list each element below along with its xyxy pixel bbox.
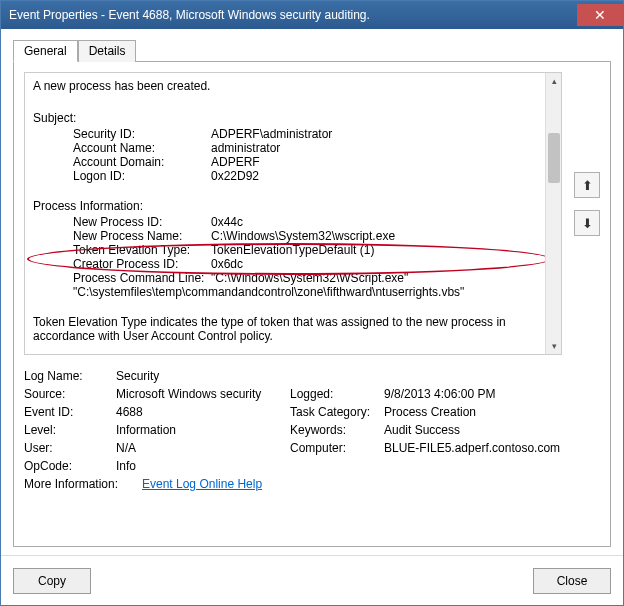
- lbl-keywords: Keywords:: [290, 423, 380, 437]
- val-event-id: 4688: [116, 405, 286, 419]
- event-log-help-link[interactable]: Event Log Online Help: [142, 477, 262, 491]
- lbl-account-domain: Account Domain:: [73, 155, 211, 169]
- side-nav: ⬆ ⬇: [574, 172, 600, 236]
- lbl-security-id: Security ID:: [73, 127, 211, 141]
- tabstrip: General Details: [13, 39, 611, 61]
- close-button[interactable]: Close: [533, 568, 611, 594]
- lbl-source: Source:: [24, 387, 112, 401]
- arrow-up-icon: ⬆: [582, 178, 593, 193]
- arrow-down-icon: ⬇: [582, 216, 593, 231]
- lbl-level: Level:: [24, 423, 112, 437]
- val-security-id: ADPERF\administrator: [211, 127, 332, 141]
- scroll-up-icon[interactable]: ▴: [546, 73, 562, 89]
- client-area: General Details A new process has been c…: [1, 29, 623, 555]
- desc-scrollbar[interactable]: ▴ ▾: [545, 73, 561, 354]
- next-event-button[interactable]: ⬇: [574, 210, 600, 236]
- tab-details[interactable]: Details: [78, 40, 137, 62]
- close-window-button[interactable]: ✕: [577, 4, 623, 26]
- scroll-thumb[interactable]: [548, 133, 560, 183]
- val-keywords: Audit Success: [384, 423, 562, 437]
- lbl-new-pid: New Process ID:: [73, 215, 211, 229]
- val-token-elev: TokenElevationTypeDefault (1): [211, 243, 374, 257]
- event-meta-grid: Log Name: Security Source: Microsoft Win…: [24, 369, 562, 473]
- tet-note: Token Elevation Type indicates the type …: [33, 315, 553, 343]
- close-icon: ✕: [594, 7, 606, 23]
- process-header: Process Information:: [33, 199, 553, 213]
- scroll-down-icon[interactable]: ▾: [546, 338, 562, 354]
- val-account-name: administrator: [211, 141, 280, 155]
- lbl-token-elev: Token Elevation Type:: [73, 243, 211, 257]
- val-task-cat: Process Creation: [384, 405, 562, 419]
- lbl-task-cat: Task Category:: [290, 405, 380, 419]
- val-opcode: Info: [116, 459, 562, 473]
- val-new-pid: 0x44c: [211, 215, 243, 229]
- lbl-log-name: Log Name:: [24, 369, 112, 383]
- tab-general[interactable]: General: [13, 40, 78, 62]
- desc-created: A new process has been created.: [33, 79, 553, 93]
- lbl-computer: Computer:: [290, 441, 380, 455]
- lbl-account-name: Account Name:: [73, 141, 211, 155]
- event-properties-window: Event Properties - Event 4688, Microsoft…: [0, 0, 624, 606]
- val-logged: 9/8/2013 4:06:00 PM: [384, 387, 562, 401]
- titlebar[interactable]: Event Properties - Event 4688, Microsoft…: [1, 1, 623, 29]
- subject-header: Subject:: [33, 111, 553, 125]
- lbl-more-info: More Information:: [24, 477, 142, 491]
- prev-event-button[interactable]: ⬆: [574, 172, 600, 198]
- lbl-event-id: Event ID:: [24, 405, 112, 419]
- val-logon-id: 0x22D92: [211, 169, 259, 183]
- event-description-box[interactable]: A new process has been created. Subject:…: [24, 72, 562, 355]
- lbl-creator-pid: Creator Process ID:: [73, 257, 211, 271]
- val-log-name: Security: [116, 369, 562, 383]
- dialog-footer: Copy Close: [1, 555, 623, 605]
- lbl-logon-id: Logon ID:: [73, 169, 211, 183]
- tab-panel-general: A new process has been created. Subject:…: [13, 61, 611, 547]
- lbl-opcode: OpCode:: [24, 459, 112, 473]
- window-title: Event Properties - Event 4688, Microsoft…: [9, 8, 577, 22]
- lbl-logged: Logged:: [290, 387, 380, 401]
- val-level: Information: [116, 423, 286, 437]
- val-source: Microsoft Windows security: [116, 387, 286, 401]
- more-info-row: More Information: Event Log Online Help: [24, 477, 562, 491]
- lbl-cmdline: Process Command Line:: [73, 271, 211, 285]
- val-account-domain: ADPERF: [211, 155, 260, 169]
- copy-button[interactable]: Copy: [13, 568, 91, 594]
- val-creator-pid: 0x6dc: [211, 257, 243, 271]
- val-computer: BLUE-FILE5.adperf.contoso.com: [384, 441, 562, 455]
- lbl-user: User:: [24, 441, 112, 455]
- lbl-new-pname: New Process Name:: [73, 229, 211, 243]
- val-new-pname: C:\Windows\System32\wscript.exe: [211, 229, 395, 243]
- val-user: N/A: [116, 441, 286, 455]
